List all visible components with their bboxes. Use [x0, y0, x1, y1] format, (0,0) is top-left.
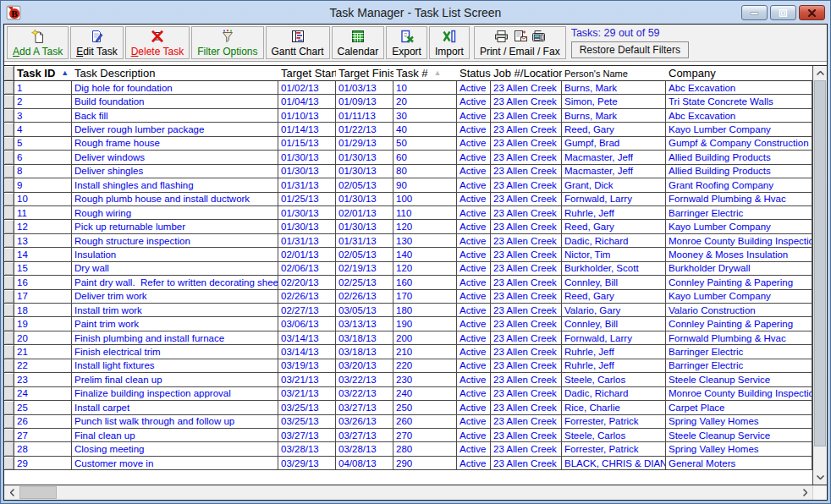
table-row[interactable]: 22Install light fixtures03/19/1303/20/13…: [4, 359, 812, 373]
calendar-button[interactable]: Calendar: [332, 26, 385, 59]
cell-task-number: 250: [393, 401, 457, 414]
row-selector[interactable]: [4, 457, 14, 470]
table-row[interactable]: 8Deliver shingles01/30/1301/30/1380Activ…: [4, 165, 812, 178]
table-row[interactable]: 20Finish plumbing and install furnace03/…: [4, 331, 812, 345]
row-selector[interactable]: [4, 178, 14, 192]
table-row[interactable]: 18Install trim work02/27/1303/05/13180Ac…: [4, 304, 812, 317]
row-selector[interactable]: [4, 220, 14, 233]
export-button[interactable]: Export: [386, 26, 427, 59]
cell-status: Active: [457, 220, 491, 233]
row-selector[interactable]: [4, 373, 14, 386]
table-row[interactable]: 27Final clean up03/27/1303/27/13270Activ…: [4, 429, 812, 442]
table-row[interactable]: 9Install shingles and flashing01/31/1302…: [4, 178, 812, 192]
delete-task-button[interactable]: Delete Task: [125, 26, 190, 59]
import-button[interactable]: Import: [429, 26, 470, 59]
row-selector[interactable]: [4, 276, 14, 289]
row-selector[interactable]: [4, 206, 14, 220]
table-row[interactable]: 19Paint trim work03/06/1303/13/13190Acti…: [4, 317, 812, 331]
table-row[interactable]: 24Finalize building inspection approval0…: [4, 387, 812, 401]
table-row[interactable]: 10Rough plumb house and install ductwork…: [4, 193, 812, 206]
table-row[interactable]: 15Dry wall02/06/1302/19/13120Active23 Al…: [4, 262, 812, 276]
column-header-target-finish[interactable]: Target Finish: [336, 66, 393, 80]
table-row[interactable]: 26Punch list walk through and follow up0…: [4, 415, 812, 429]
table-row[interactable]: 23Prelim final clean up03/21/1303/22/132…: [4, 373, 812, 386]
column-header-persons-name[interactable]: Person's Name: [562, 66, 666, 80]
table-row[interactable]: 29Customer move in03/29/1304/08/13290Act…: [4, 457, 812, 470]
row-selector[interactable]: [4, 442, 14, 456]
restore-default-filters-button[interactable]: Restore Default Filters: [571, 41, 689, 58]
row-selector[interactable]: [4, 123, 14, 136]
column-header-task-description[interactable]: Task Description: [72, 66, 278, 80]
row-selector[interactable]: [4, 95, 14, 108]
table-row[interactable]: 1Dig hole for foundation01/02/1301/03/13…: [4, 81, 812, 95]
column-header-task-number[interactable]: Task #▲: [393, 66, 457, 80]
vertical-scroll-track[interactable]: [813, 80, 827, 470]
scroll-up-button[interactable]: [813, 66, 827, 80]
cell-company: Connley Painting & Papering: [666, 317, 812, 331]
table-row[interactable]: 2Build foundation01/04/1301/09/1320Activ…: [4, 95, 812, 108]
row-selector[interactable]: [4, 151, 14, 164]
table-row[interactable]: 28Closing meeting03/28/1303/28/13280Acti…: [4, 442, 812, 456]
table-row[interactable]: 25Install carpet03/25/1303/27/13250Activ…: [4, 401, 812, 414]
filter-options-button[interactable]: Filter Options: [191, 26, 263, 59]
table-row[interactable]: 3Back fill01/10/1301/11/1330Active23 All…: [4, 109, 812, 123]
row-selector[interactable]: [4, 331, 14, 345]
row-selector[interactable]: [4, 234, 14, 248]
edit-task-button[interactable]: Edit Task: [70, 26, 123, 59]
vertical-scrollbar[interactable]: [812, 66, 827, 485]
scroll-down-button[interactable]: [813, 470, 827, 485]
row-selector[interactable]: [4, 81, 14, 95]
table-row[interactable]: 17Deliver trim work02/26/1302/26/13170Ac…: [4, 290, 812, 304]
row-selector[interactable]: [4, 317, 14, 331]
horizontal-scroll-track[interactable]: [19, 485, 797, 500]
column-header-job-location[interactable]: Job #/Location: [491, 66, 562, 80]
cell-task-description: Closing meeting: [72, 442, 278, 456]
column-header-status[interactable]: Status: [457, 66, 491, 80]
print-email-fax-button[interactable]: Print / Email / Fax: [474, 26, 566, 59]
row-selector[interactable]: [4, 262, 14, 276]
cell-task-number: 180: [393, 304, 457, 317]
row-selector[interactable]: [4, 109, 14, 123]
add-a-task-button[interactable]: Add A Task: [7, 26, 69, 59]
row-selector[interactable]: [4, 137, 14, 151]
gantt-chart-button[interactable]: Gantt Chart: [266, 26, 330, 59]
column-header-task-id[interactable]: Task ID▲: [14, 66, 72, 80]
table-row[interactable]: 14Insulation02/01/1302/05/13140Active23 …: [4, 248, 812, 261]
table-row[interactable]: 13Rough structure inspection01/31/1301/3…: [4, 234, 812, 248]
row-selector[interactable]: [4, 290, 14, 304]
table-row[interactable]: 6Deliver windows01/30/1301/30/1360Active…: [4, 151, 812, 164]
cell-persons-name: Fornwald, Larry: [562, 193, 666, 206]
column-header-company[interactable]: Company: [666, 66, 812, 80]
gantt-chart-button-label: Gantt Chart: [272, 46, 324, 58]
maximize-button[interactable]: [770, 5, 796, 20]
cell-persons-name: Ruhrle, Jeff: [562, 345, 666, 359]
horizontal-scrollbar[interactable]: [4, 485, 812, 500]
vertical-scroll-thumb[interactable]: [814, 80, 826, 446]
table-row[interactable]: 12Pick up returnable lumber01/30/1301/30…: [4, 220, 812, 233]
row-selector[interactable]: [4, 429, 14, 442]
row-selector[interactable]: [4, 415, 14, 429]
horizontal-scroll-thumb[interactable]: [19, 486, 57, 499]
table-row[interactable]: 5Rough frame house01/15/1301/29/1350Acti…: [4, 137, 812, 151]
minimize-button[interactable]: [741, 5, 768, 20]
table-row[interactable]: 4Deliver rough lumber package01/14/1301/…: [4, 123, 812, 136]
sort-secondary-icon: ▲: [434, 69, 442, 77]
row-selector[interactable]: [4, 304, 14, 317]
row-selector[interactable]: [4, 401, 14, 414]
cell-task-description: Paint trim work: [72, 317, 278, 331]
row-selector[interactable]: [4, 345, 14, 359]
row-selector[interactable]: [4, 387, 14, 401]
row-selector[interactable]: [4, 193, 14, 206]
table-row[interactable]: 16Paint dry wall. Refer to written decor…: [4, 276, 812, 289]
table-row[interactable]: 21Finish electrical trim03/14/1303/18/13…: [4, 345, 812, 359]
close-button[interactable]: [799, 5, 825, 20]
row-selector[interactable]: [4, 359, 14, 373]
table-row[interactable]: 11Rough wiring01/30/1302/01/13110Active2…: [4, 206, 812, 220]
row-selector[interactable]: [4, 165, 14, 178]
scroll-left-button[interactable]: [4, 485, 19, 500]
column-header-target-start[interactable]: Target Start: [278, 66, 336, 80]
scroll-right-button[interactable]: [797, 485, 812, 500]
cell-task-description: Deliver trim work: [72, 290, 278, 304]
app-window: B Task Manager - Task List Screen Add A …: [0, 0, 831, 504]
row-selector[interactable]: [4, 248, 14, 261]
